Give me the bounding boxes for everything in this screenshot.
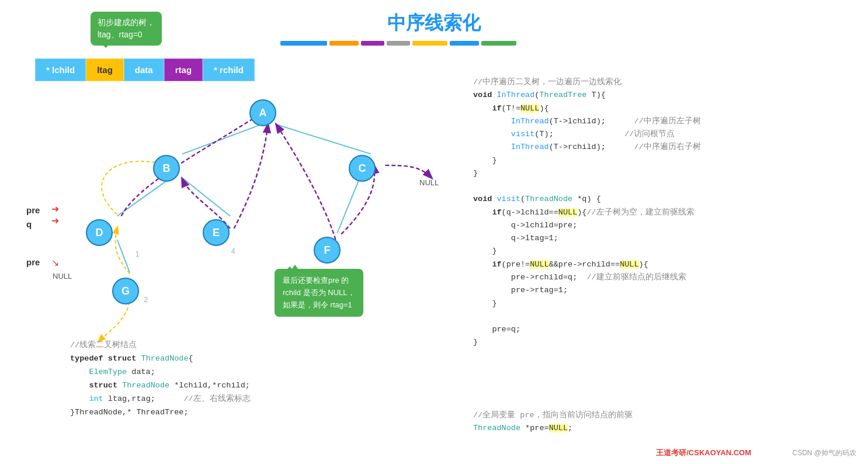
code-bottom-5: }ThreadNode,* ThreadTree; xyxy=(70,406,251,420)
code-line2: if(T!=NULL){ xyxy=(473,102,853,115)
bar-3 xyxy=(361,41,384,46)
node-G: G xyxy=(112,278,139,304)
code-bottom-comment: //线索二叉树结点 xyxy=(70,339,251,352)
code-bottom-left: //线索二叉树结点 typedef struct ThreadNode{ Ele… xyxy=(70,339,251,420)
node-structure-row: * lchild ltag data rtag * rchild xyxy=(35,58,255,81)
num1-label: 1 xyxy=(136,250,140,258)
code-comment1: //中序遍历二叉树，一边遍历一边线索化 xyxy=(473,76,853,89)
bar-6 xyxy=(450,41,479,46)
svg-line-3 xyxy=(182,178,230,216)
code-bottom-4: int ltag,rtag; //左、右线索标志 xyxy=(70,393,251,406)
code-line6: } xyxy=(473,154,853,167)
num4-label: 4 xyxy=(231,247,235,255)
tooltip-top: 初步建成的树， ltag、rtag=0 xyxy=(91,12,162,46)
footer-csdn: CSDN @帅气的码农 xyxy=(792,448,856,458)
svg-line-5 xyxy=(117,240,130,272)
cell-ltag: ltag xyxy=(86,58,124,81)
code-bottom-1: typedef struct ThreadNode{ xyxy=(70,352,251,366)
svg-line-0 xyxy=(182,124,262,154)
pre-label-bottom: pre xyxy=(26,257,40,267)
bar-4 xyxy=(387,41,410,46)
code-visit-7: pre->rtag=1; xyxy=(473,284,853,297)
footer-brand: 王道考研/CSKAOYAN.COM xyxy=(656,448,751,458)
tooltip-bottom-text: 最后还要检查pre 的rchild 是否为 NULL，如果是，则令 rtag=1 xyxy=(283,275,355,311)
code-visit-decl: void visit(ThreadNode *q) { xyxy=(473,193,853,206)
code-visit-1: if(q->lchild==NULL){//左子树为空，建立前驱线索 xyxy=(473,206,853,219)
arrow-pre-bottom: ↘ xyxy=(51,257,59,268)
tooltip-top-line1: 初步建成的树， xyxy=(98,16,155,29)
code-line5: InThread(T->rchild); //中序遍历右子树 xyxy=(473,141,853,154)
code-visit-2: q->lchild=pre; xyxy=(473,219,853,232)
svg-line-4 xyxy=(337,178,360,233)
cell-data: data xyxy=(124,58,164,81)
code-visit-6: pre->rchild=q; //建立前驱结点的后继线索 xyxy=(473,271,853,284)
node-F: F xyxy=(314,237,341,264)
code-line4: visit(T); //访问根节点 xyxy=(473,128,853,141)
code-br-1: ThreadNode *pre=NULL; xyxy=(473,422,633,435)
arrow-pre-right: ➜ xyxy=(51,203,59,214)
null-bottom-label: NULL xyxy=(53,272,72,281)
code-visit-5: if(pre!=NULL&&pre->rchild==NULL){ xyxy=(473,258,853,271)
code-right: //中序遍历二叉树，一边遍历一边线索化 void InThread(Thread… xyxy=(473,76,853,349)
pre-q-label: pre q xyxy=(26,203,40,231)
arrow-q-right: ➜ xyxy=(51,215,59,226)
node-E: E xyxy=(203,219,230,246)
node-D: D xyxy=(86,219,113,246)
null-right-label: NULL xyxy=(419,178,439,187)
bar-5 xyxy=(412,41,447,46)
q-label: q xyxy=(26,217,40,231)
code-blank xyxy=(473,180,853,193)
svg-line-1 xyxy=(275,124,371,154)
tooltip-bottom: 最后还要检查pre 的rchild 是否为 NULL，如果是，则令 rtag=1 xyxy=(275,269,363,317)
node-C: C xyxy=(349,155,376,182)
code-line7: } xyxy=(473,167,853,180)
tooltip-top-line2: ltag、rtag=0 xyxy=(98,29,155,41)
code-line3: InThread(T->lchild); //中序遍历左子树 xyxy=(473,115,853,128)
bar-7 xyxy=(481,41,516,46)
bar-2 xyxy=(329,41,359,46)
node-B: B xyxy=(153,155,180,182)
bar-1 xyxy=(280,41,327,46)
code-br-comment: //全局变量 pre，指向当前访问结点的前驱 xyxy=(473,409,633,422)
cell-rchild: * rchild xyxy=(203,58,255,81)
code-visit-10: } xyxy=(473,336,853,349)
code-blank2 xyxy=(473,310,853,323)
cell-rtag: rtag xyxy=(164,58,203,81)
code-bottom-2: ElemType data; xyxy=(70,366,251,379)
code-bottom-3: struct ThreadNode *lchild,*rchild; xyxy=(70,379,251,393)
cell-lchild: * lchild xyxy=(35,58,86,81)
code-visit-4: } xyxy=(473,245,853,258)
node-A: A xyxy=(249,99,276,126)
num2-label: 2 xyxy=(144,296,148,304)
code-visit-9: pre=q; xyxy=(473,323,853,336)
code-visit-8: } xyxy=(473,297,853,310)
code-line1: void InThread(ThreadTree T){ xyxy=(473,89,853,102)
code-visit-3: q->ltag=1; xyxy=(473,232,853,245)
code-bottom-right: //全局变量 pre，指向当前访问结点的前驱 ThreadNode *pre=N… xyxy=(473,409,633,435)
page-title: 中序线索化 xyxy=(387,11,481,36)
pre-label-top: pre xyxy=(26,203,40,217)
color-bar xyxy=(280,41,516,46)
